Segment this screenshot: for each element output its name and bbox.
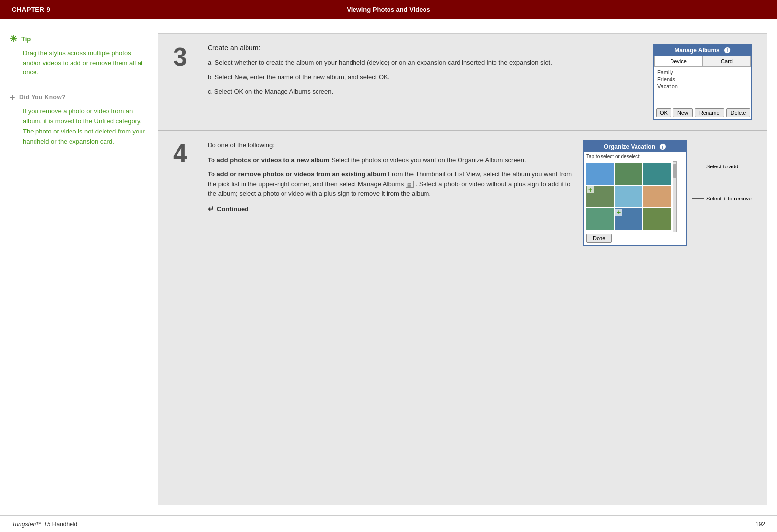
manage-albums-widget-container: Manage Albums i Device Card Family Frien…	[653, 44, 752, 120]
widget-tabs: Device Card	[654, 56, 751, 67]
para1-bold: To add photos or videos to a new album	[208, 156, 330, 164]
album-friends[interactable]: Friends	[656, 76, 749, 83]
widget-title: Manage Albums	[674, 47, 720, 54]
step-3-list: Select whether to create the album on yo…	[208, 58, 643, 97]
step-3-content: Create an album: Select whether to creat…	[208, 44, 643, 120]
select-labels: Select to add Select + to remove	[692, 140, 752, 209]
continued-arrow-icon: ↵	[208, 203, 214, 215]
arrow-to-add	[692, 166, 704, 166]
organize-vacation-widget: Organize Vacation i Tap to select or des…	[583, 140, 687, 246]
photo-thumb-9[interactable]	[643, 208, 671, 230]
step-3-item-b: Select New, enter the name of the new al…	[208, 72, 643, 82]
widget-header: Manage Albums i	[654, 45, 751, 56]
step-3-item-a: Select whether to create the album on yo…	[208, 58, 643, 67]
organize-info-icon[interactable]: i	[659, 143, 666, 150]
photo-grid-container: + +	[584, 161, 686, 232]
plus-overlay-4: +	[587, 186, 594, 193]
card-tab[interactable]: Card	[703, 56, 751, 66]
arrow-to-remove	[692, 198, 704, 199]
photo-thumb-5[interactable]	[615, 186, 642, 207]
photo-grid: + +	[584, 161, 673, 232]
photo-thumb-8[interactable]: +	[615, 208, 642, 230]
delete-button[interactable]: Delete	[726, 108, 751, 117]
photo-thumb-2[interactable]	[615, 163, 642, 185]
step-3-number: 3	[173, 44, 198, 120]
album-family[interactable]: Family	[656, 69, 749, 76]
done-button[interactable]: Done	[586, 234, 612, 243]
step-4-intro: Do one of the following:	[208, 140, 573, 150]
product-name: Tungsten™ T5	[12, 521, 50, 528]
scrollbar[interactable]	[673, 161, 677, 232]
photo-thumb-1[interactable]	[586, 163, 614, 185]
ok-button[interactable]: OK	[656, 108, 671, 117]
rename-button[interactable]: Rename	[695, 108, 724, 117]
select-to-add-label: Select to add	[692, 164, 752, 169]
step-4-widget-area: Organize Vacation i Tap to select or des…	[583, 140, 752, 246]
device-tab[interactable]: Device	[654, 56, 703, 66]
photo-thumb-3[interactable]	[643, 163, 671, 185]
photo-thumb-4[interactable]: +	[586, 186, 614, 207]
did-you-know-label: Did You Know?	[19, 94, 66, 100]
organize-title: Organize Vacation	[604, 143, 655, 150]
widget-buttons: OK New Rename Delete	[654, 106, 751, 119]
new-button[interactable]: New	[673, 108, 693, 117]
tip-header: ✳ Tip	[10, 33, 148, 44]
step-4-para2: To add or remove photos or videos from a…	[208, 169, 573, 199]
para2-bold: To add or remove photos or videos from a…	[208, 170, 386, 178]
main-content: ✳ Tip Drag the stylus across multiple ph…	[0, 19, 777, 515]
tip-section: ✳ Tip Drag the stylus across multiple ph…	[10, 33, 148, 77]
continued-label: Continued	[217, 204, 248, 214]
footer-product: Tungsten™ T5 Handheld	[12, 521, 77, 528]
chapter-title: Viewing Photos and Videos	[347, 6, 430, 13]
select-to-remove-text: Select + to remove	[706, 196, 752, 201]
did-you-know-section: + Did You Know? If you remove a photo or…	[10, 92, 148, 147]
album-vacation[interactable]: Vacation	[656, 83, 749, 90]
sidebar: ✳ Tip Drag the stylus across multiple ph…	[10, 33, 158, 505]
page-header: CHAPTER 9 Viewing Photos and Videos	[0, 0, 777, 19]
page-footer: Tungsten™ T5 Handheld 192	[0, 515, 777, 532]
select-to-add-text: Select to add	[706, 164, 738, 169]
step-4-number: 4	[173, 140, 198, 166]
organize-subtitle: Tap to select or deselect:	[584, 152, 686, 161]
step-4-para1: To add photos or videos to a new album S…	[208, 155, 573, 165]
step-3-item-c: Select OK on the Manage Albums screen.	[208, 87, 643, 97]
did-you-know-header: + Did You Know?	[10, 92, 148, 102]
para1-rest: Select the photos or videos you want on …	[331, 156, 526, 164]
widget-album-list: Family Friends Vacation	[654, 67, 751, 106]
step-3-intro: Create an album:	[208, 44, 643, 52]
continued: ↵ Continued	[208, 203, 573, 215]
step-3-block: 3 Create an album: Select whether to cre…	[158, 34, 767, 131]
manage-albums-widget: Manage Albums i Device Card Family Frien…	[653, 44, 752, 120]
tip-label: Tip	[21, 35, 31, 43]
chapter-label: CHAPTER 9	[12, 6, 50, 13]
photo-thumb-7[interactable]	[586, 208, 614, 230]
plus-overlay-8: +	[615, 209, 622, 216]
photo-thumb-6[interactable]	[643, 186, 671, 207]
did-you-know-text: If you remove a photo or video from an a…	[10, 106, 148, 147]
plus-icon: +	[10, 92, 15, 102]
product-suffix: Handheld	[52, 521, 77, 528]
organize-footer: Done	[584, 232, 686, 245]
step-4-content: Do one of the following: To add photos o…	[208, 140, 573, 215]
info-icon[interactable]: i	[724, 47, 731, 54]
select-to-remove-label: Select + to remove	[692, 196, 752, 201]
manage-albums-inline-icon: ▤	[406, 181, 414, 188]
step-4-block: 4 Do one of the following: To add photos…	[158, 131, 767, 256]
page-number: 192	[755, 521, 765, 528]
organize-widget-header: Organize Vacation i	[584, 141, 686, 152]
tip-star-icon: ✳	[10, 33, 17, 44]
tip-text: Drag the stylus across multiple photos a…	[10, 48, 148, 77]
steps-area: 3 Create an album: Select whether to cre…	[158, 33, 767, 505]
